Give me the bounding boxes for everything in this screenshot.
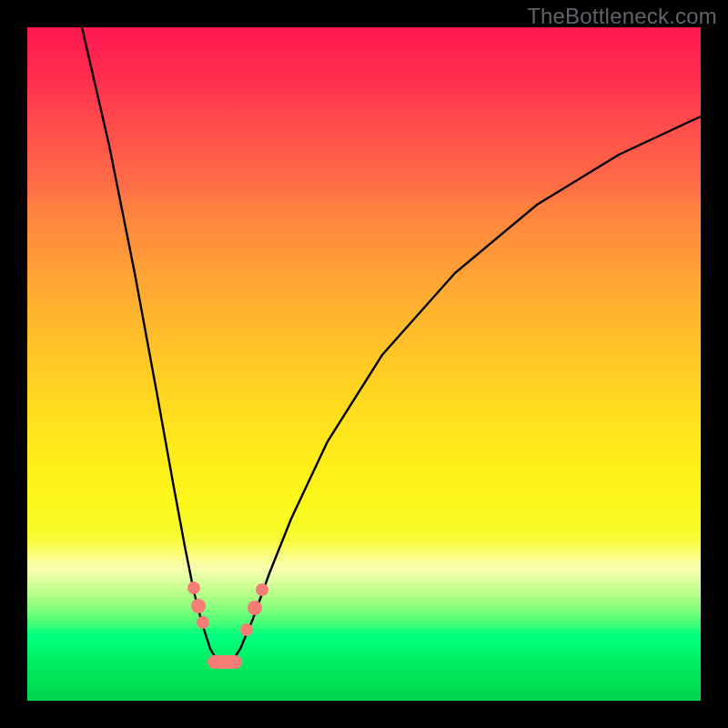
gradient-background-top [27, 27, 701, 538]
data-point-dot [248, 601, 262, 615]
plot-area [27, 27, 701, 701]
data-point-dot [187, 581, 200, 594]
data-point-dot [256, 583, 268, 596]
data-point-dot [240, 623, 253, 636]
data-point-dot [197, 616, 209, 629]
watermark: TheBottleneck.com [527, 4, 717, 29]
data-point-pill [207, 655, 242, 669]
color-band [27, 693, 701, 701]
data-point-dot [191, 599, 206, 613]
